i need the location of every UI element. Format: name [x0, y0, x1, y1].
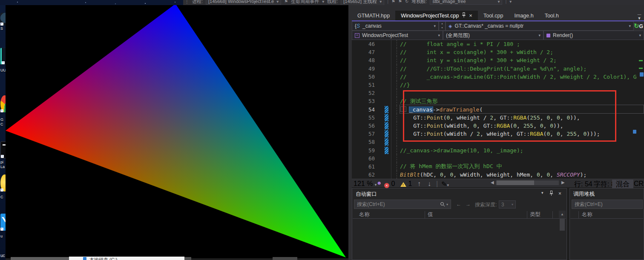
scrollbar-thumb[interactable] [497, 180, 534, 185]
search-input[interactable]: 搜索(Ctrl+E) [572, 200, 643, 209]
search-icon[interactable]: ▾ [440, 202, 448, 207]
desktop-wallpaper-top [0, 0, 183, 5]
search-back-icon[interactable]: ← [456, 201, 461, 207]
column-value[interactable]: 值 [428, 211, 433, 218]
code-line-59[interactable]: 59//_canvas->drawImage(10, 10, _image); [352, 146, 644, 154]
chevron-down-icon[interactable]: ▾ [322, 0, 324, 4]
scroll-up-button[interactable]: ▲ [559, 211, 566, 218]
code-line-61[interactable]: 61// 将 hMem 的数据一次写入到 hDC 中 [352, 163, 644, 171]
tab-image-h[interactable]: Image.h [509, 11, 539, 20]
search-forward-icon[interactable]: → [466, 201, 471, 207]
method-dropdown[interactable]: Render() ▾ [543, 31, 644, 40]
code-line-51[interactable]: 51//} [352, 81, 644, 89]
search-placeholder: 搜索(Ctrl+E) [357, 201, 385, 208]
stepper-down-icon[interactable]: ▾ [439, 26, 445, 30]
explorer-window-sliver[interactable]: 本地磁盘 (C:) [69, 257, 184, 260]
stepper-up-icon[interactable]: ▴ [439, 22, 445, 26]
column-name[interactable]: 名称 [582, 211, 592, 218]
project-dropdown[interactable]: + WindowsProjectTest ▾ [352, 31, 443, 40]
navigate-down-icon[interactable]: ↓ [428, 180, 431, 188]
stack-frame-combobox[interactable]: stbi_image_free▾ [430, 0, 502, 5]
search-input[interactable]: 搜索(Ctrl+E) ▾ [354, 200, 451, 209]
vs-window-edge [348, 5, 352, 260]
tab-tool-h[interactable]: Tool.h [539, 11, 564, 20]
code-line-50[interactable]: 50// _canvas->drawLine(GT::Point(wWidth … [352, 73, 644, 81]
method-icon [546, 34, 550, 37]
lifecycle-icon[interactable]: ⚑ [284, 0, 288, 4]
taskbar-sliver [184, 257, 191, 260]
chevron-down-icon: ▾ [512, 203, 513, 206]
zoom-dropdown[interactable]: 121 % ▾ [354, 180, 377, 188]
flag-icon[interactable]: ⚑ [391, 0, 395, 4]
close-icon[interactable]: × [558, 191, 561, 197]
search-depth-dropdown[interactable]: 3 ▾ [499, 200, 516, 209]
sync-button[interactable]: ↻G [634, 22, 644, 30]
code-line-48[interactable]: 48// int y = sin(angle) * 300 + wHeight … [352, 56, 644, 64]
tab-gtmath-hpp[interactable]: GTMATH.hpp [352, 11, 395, 20]
error-count[interactable]: × 0 [384, 180, 395, 188]
member-stepper[interactable]: ▴ ▾ [439, 21, 446, 31]
code-cleanup-icon[interactable]: ✎▾ [441, 180, 449, 188]
desktop-icon-black[interactable]: ↖ [0, 141, 6, 158]
column-name[interactable]: 名称 [359, 211, 370, 218]
scrollbar-thumb[interactable] [560, 219, 565, 231]
indent-guide [391, 65, 400, 73]
thread-combobox[interactable]: [145652] 主线程▾ [341, 0, 384, 5]
indent-guide [391, 40, 400, 48]
toolbar-overflow-icon[interactable]: ▾ [509, 0, 512, 4]
desktop-icon-uu[interactable]: ↖ [0, 48, 6, 65]
code-line-60[interactable]: 60 [352, 154, 644, 163]
change-mark [639, 60, 643, 61]
tab-label: Image.h [515, 13, 534, 19]
refresh-icon[interactable]: ↻ [405, 0, 408, 4]
close-icon[interactable]: × [469, 13, 472, 18]
callstack-panel: 调用堆栈 搜索(Ctrl+E) 名称 [569, 188, 644, 260]
pin-icon[interactable] [462, 12, 466, 19]
eol-indicator[interactable]: CRL [634, 180, 644, 188]
column-separator[interactable] [425, 211, 425, 218]
flag-icon[interactable]: ⚑ [398, 0, 402, 4]
navigate-up-icon[interactable]: ↑ [417, 180, 421, 188]
indent-guide [391, 138, 400, 146]
code-text: // 将 hMem 的数据一次写入到 hDC 中 [400, 163, 644, 170]
desktop-icon-yellow[interactable]: ↖ [0, 174, 6, 191]
desktop-icon-chrome[interactable]: ↖ [0, 95, 6, 112]
window-menu-icon[interactable]: ▾ [541, 191, 543, 195]
warning-count[interactable]: ! 1 [400, 180, 412, 188]
chevron-down-icon: ▾ [276, 0, 279, 4]
member-dropdown[interactable]: {S _canvas ▾ [352, 21, 439, 31]
shortcut-arrow-icon: ↖ [2, 61, 5, 64]
chevron-down-icon: ▾ [434, 24, 436, 28]
indent-guide [391, 171, 400, 179]
lifecycle-label[interactable]: 生命周期事件 [291, 0, 319, 5]
column-separator[interactable] [578, 211, 579, 218]
line-number: 55 [352, 114, 380, 121]
code-line-49[interactable]: 49// //GT::UTool::DebugPrint(L"angle = %… [352, 65, 644, 73]
code-text: // _canvas->drawLine(GT::Point(wWidth / … [400, 74, 644, 80]
gutter-slot [385, 40, 388, 48]
desktop-icon-blue[interactable]: ↖ [0, 214, 6, 231]
tab-tool-cpp[interactable]: Tool.cpp [478, 11, 509, 20]
desktop-icon-steam[interactable]: ↖ [0, 13, 6, 26]
tab-list-button[interactable]: — ▼ [635, 13, 643, 20]
tab-windowsprojecttest-cpp[interactable]: WindowsProjectTest.cpp× [395, 11, 478, 20]
code-line-62[interactable]: 62BitBlt(hDC, 0, 0, wWidth, wHeight, hMe… [352, 171, 644, 179]
line-number: 53 [352, 98, 380, 104]
scope-dropdown[interactable]: (全局范围) ▾ [443, 31, 543, 40]
chevron-down-icon: ▾ [639, 33, 641, 37]
process-combobox[interactable]: [145668] WindowsProjectTest.e▾ [206, 0, 281, 5]
horizontal-scrollbar[interactable] [496, 180, 559, 185]
column-type[interactable]: 类型 [530, 211, 540, 218]
column-separator[interactable] [527, 211, 527, 218]
code-line-47[interactable]: 47// int x = cos(angle) * 300 + wWidth /… [352, 48, 644, 56]
pin-icon[interactable] [549, 191, 553, 197]
shortcut-arrow-icon: ↖ [0, 189, 3, 191]
declaration-dropdown[interactable]: ◈ GT::Canvas* _canvas = nullptr ▾ [446, 21, 634, 31]
indent-guide [391, 89, 400, 97]
scroll-right-icon[interactable]: ▶ [561, 180, 565, 185]
column-separator[interactable] [552, 211, 553, 218]
feedback-icon[interactable]: ☻ [377, 180, 382, 186]
code-line-46[interactable]: 46// float angle = i * PI / 180 ; [352, 40, 644, 48]
scroll-left-icon[interactable]: ◀ [491, 180, 494, 185]
line-number: 49 [352, 66, 380, 72]
